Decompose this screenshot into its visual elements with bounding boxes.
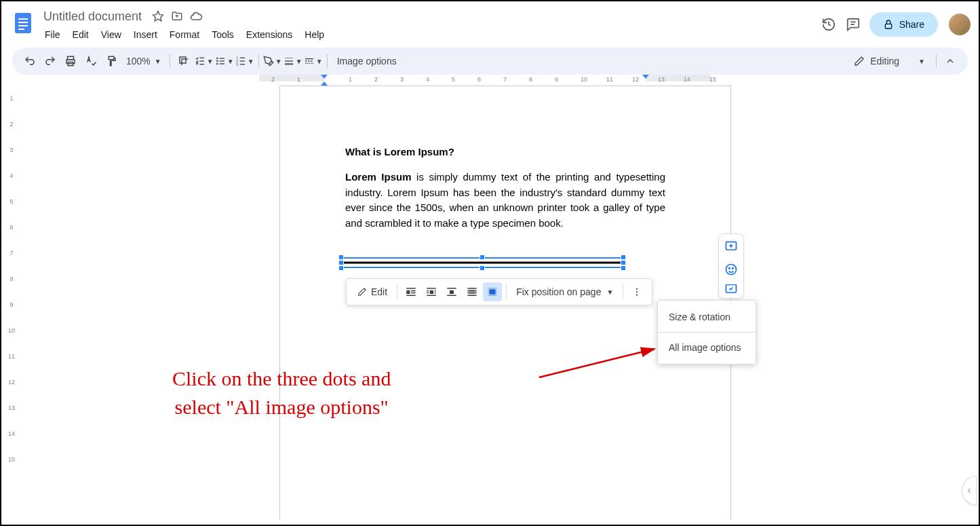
svg-rect-28: [285, 58, 293, 58]
svg-point-16: [216, 58, 218, 60]
svg-rect-44: [406, 295, 416, 297]
svg-rect-63: [488, 295, 497, 297]
menu-insert[interactable]: Insert: [128, 26, 163, 43]
fix-position-button[interactable]: Fix position on page▼: [511, 282, 619, 301]
svg-rect-35: [305, 63, 306, 64]
chevron-down-icon: ▼: [248, 58, 254, 65]
border-color-button[interactable]: ▼: [263, 52, 282, 71]
docs-logo[interactable]: [9, 10, 37, 37]
vertical-ruler[interactable]: 1 2 3 4 5 6 7 8 9 10 11 12 13 14 15: [1, 75, 22, 519]
editing-mode-button[interactable]: Editing ▼: [847, 56, 932, 67]
document-title[interactable]: Untitled document: [39, 8, 146, 25]
resize-handle-bl[interactable]: [338, 265, 344, 271]
print-button[interactable]: [61, 52, 80, 71]
break-text-button[interactable]: [442, 282, 461, 301]
svg-rect-39: [312, 63, 313, 64]
ruler-mark: 13: [8, 405, 15, 411]
doc-heading[interactable]: What is Lorem Ipsum?: [345, 146, 665, 157]
svg-rect-3: [18, 25, 28, 26]
doc-paragraph[interactable]: Lorem Ipsum is simply dummy text of the …: [345, 170, 665, 231]
menu-file[interactable]: File: [39, 26, 66, 43]
menu-all-image-options[interactable]: All image options: [658, 335, 756, 360]
resize-handle-tl[interactable]: [338, 255, 344, 260]
more-options-button[interactable]: [627, 282, 646, 301]
title-area: Untitled document File Edit View Insert …: [37, 7, 821, 43]
svg-rect-42: [411, 290, 416, 292]
paint-format-button[interactable]: [102, 52, 121, 71]
collapse-toolbar-button[interactable]: [941, 52, 960, 71]
doc-canvas[interactable]: What is Lorem Ipsum? Lorem Ipsum is simp…: [22, 86, 979, 519]
separator: [170, 54, 170, 68]
selected-image[interactable]: [342, 258, 623, 267]
image-options-button[interactable]: Image options: [332, 56, 402, 67]
move-folder-icon[interactable]: [170, 10, 184, 23]
menu-view[interactable]: View: [96, 26, 127, 43]
avatar[interactable]: [949, 14, 971, 35]
ruler-mark: 2: [271, 76, 275, 83]
menu-extensions[interactable]: Extensions: [241, 26, 298, 43]
menu-edit[interactable]: Edit: [67, 26, 94, 43]
menu-size-rotation[interactable]: Size & rotation: [658, 305, 756, 329]
svg-rect-64: [490, 289, 496, 295]
crop-button[interactable]: [174, 52, 193, 71]
resize-handle-tr[interactable]: [621, 255, 626, 260]
behind-text-button[interactable]: [463, 282, 482, 301]
menu-help[interactable]: Help: [299, 26, 330, 43]
menu-format[interactable]: Format: [164, 26, 205, 43]
wrap-text-button[interactable]: [422, 282, 441, 301]
svg-rect-60: [488, 288, 497, 289]
svg-rect-2: [18, 22, 28, 23]
resize-handle-br[interactable]: [621, 265, 626, 271]
svg-rect-41: [406, 290, 410, 294]
edit-image-button[interactable]: Edit: [352, 282, 393, 301]
svg-rect-36: [307, 63, 307, 64]
ruler-mark: 6: [9, 224, 13, 231]
comments-icon[interactable]: [845, 16, 861, 33]
svg-rect-1: [18, 18, 28, 20]
resize-handle-mr[interactable]: [621, 260, 626, 265]
history-icon[interactable]: [821, 16, 837, 33]
menu-tools[interactable]: Tools: [206, 26, 239, 43]
resize-handle-bc[interactable]: [479, 265, 485, 271]
suggest-edits-button[interactable]: [723, 284, 739, 294]
ruler-margin-left: [259, 75, 324, 81]
add-comment-button[interactable]: [723, 238, 739, 255]
redo-button[interactable]: [41, 52, 60, 71]
share-button[interactable]: Share: [869, 12, 938, 37]
ruler-mark: 11: [8, 353, 15, 360]
star-icon[interactable]: [151, 10, 165, 23]
wrap-inline-button[interactable]: [401, 282, 420, 301]
cloud-status-icon[interactable]: [189, 10, 203, 23]
checklist-button[interactable]: ▼: [195, 52, 214, 71]
ruler-mark: 10: [8, 327, 15, 334]
border-dash-button[interactable]: ▼: [304, 52, 323, 71]
undo-button[interactable]: [20, 52, 39, 71]
toolbar: 100%▼ ▼ ▼ 123▼ ▼ ▼ ▼ Image options Editi…: [12, 48, 968, 75]
ruler-mark: 11: [606, 76, 613, 83]
svg-rect-29: [285, 60, 293, 61]
svg-point-65: [636, 288, 638, 289]
resize-handle-ml[interactable]: [338, 260, 344, 265]
numbered-list-button[interactable]: 123▼: [235, 52, 254, 71]
svg-rect-34: [311, 60, 313, 61]
ruler-mark: 3: [9, 147, 13, 153]
border-weight-button[interactable]: ▼: [283, 52, 302, 71]
svg-point-67: [636, 294, 638, 295]
in-front-text-button[interactable]: [483, 282, 502, 301]
zoom-select[interactable]: 100%▼: [122, 56, 165, 67]
pencil-icon: [854, 56, 865, 67]
annotation: Click on the three dots and select "All …: [172, 364, 391, 421]
ruler-mark: 1: [297, 76, 300, 83]
svg-rect-50: [435, 293, 436, 294]
indent-marker-first-line[interactable]: [321, 75, 328, 79]
bulleted-list-button[interactable]: ▼: [215, 52, 234, 71]
docs-logo-icon: [11, 11, 35, 35]
toolbar-wrap: 100%▼ ▼ ▼ 123▼ ▼ ▼ ▼ Image options Editi…: [1, 48, 979, 75]
resize-handle-tc[interactable]: [479, 255, 485, 260]
spellcheck-button[interactable]: [81, 52, 100, 71]
horizontal-ruler[interactable]: 2 1 1 2 3 4 5 6 7 8 9 10 11 12 13 14 15: [22, 75, 979, 86]
emoji-reaction-button[interactable]: [723, 261, 739, 278]
svg-rect-51: [427, 295, 436, 297]
chevron-down-icon: ▼: [606, 288, 613, 296]
indent-marker-right[interactable]: [642, 75, 649, 79]
